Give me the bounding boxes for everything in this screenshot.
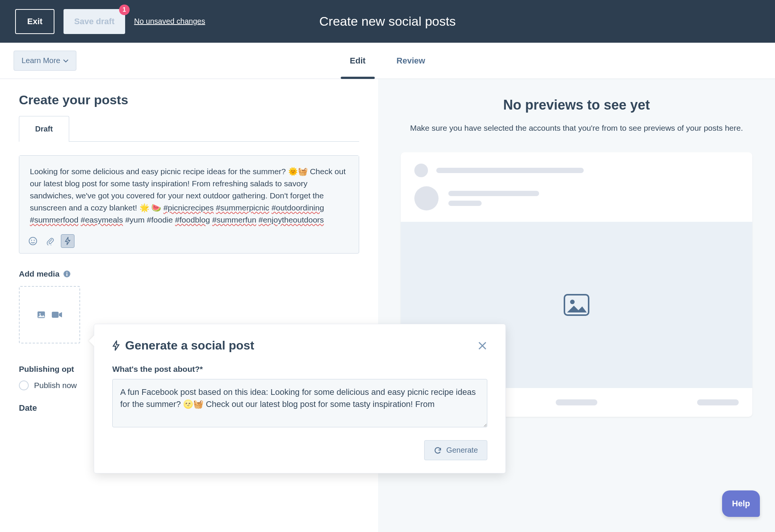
tab-review[interactable]: Review xyxy=(397,43,425,79)
svg-rect-5 xyxy=(67,273,67,276)
hashtag: #foodblog xyxy=(175,215,210,224)
preview-heading: No previews to see yet xyxy=(401,97,752,113)
close-icon xyxy=(477,341,487,351)
attach-icon xyxy=(46,237,54,245)
learn-more-label: Learn More xyxy=(22,56,60,65)
hashtag: #foodie xyxy=(147,215,173,224)
preview-skeleton-profile xyxy=(414,186,739,210)
refresh-icon xyxy=(434,446,442,455)
hashtag: #enjoytheoutdoors xyxy=(259,215,324,224)
skeleton-line xyxy=(448,191,539,196)
svg-point-2 xyxy=(34,240,35,241)
save-draft-badge: 1 xyxy=(119,5,130,15)
popover-label: What's the post about?* xyxy=(112,365,487,374)
popover-title: Generate a social post xyxy=(112,339,254,353)
draft-tabs: Draft xyxy=(19,116,359,142)
svg-point-10 xyxy=(570,300,575,304)
exit-button[interactable]: Exit xyxy=(15,9,54,34)
hashtag: #picnicrecipes xyxy=(163,203,214,212)
main-tabs: Edit Review xyxy=(350,43,425,79)
popover-textarea[interactable] xyxy=(112,379,487,427)
popover-close-button[interactable] xyxy=(477,341,487,351)
add-media-dropzone[interactable] xyxy=(19,286,80,343)
image-icon xyxy=(36,310,46,320)
hashtag: #outdoordining xyxy=(271,203,324,212)
attach-button[interactable] xyxy=(43,234,57,248)
svg-point-4 xyxy=(67,272,68,273)
hashtag: #summerfood xyxy=(30,215,78,224)
skeleton-line xyxy=(448,201,482,206)
info-icon[interactable] xyxy=(63,270,71,278)
save-draft-label: Save draft xyxy=(74,17,114,26)
add-media-label: Add media xyxy=(19,269,359,278)
tab-draft[interactable]: Draft xyxy=(19,116,69,142)
preview-subtext: Make sure you have selected the accounts… xyxy=(401,122,752,134)
radio-icon xyxy=(19,380,29,390)
publish-now-label: Publish now xyxy=(34,381,77,390)
emoji-icon xyxy=(28,237,37,246)
create-posts-heading: Create your posts xyxy=(19,93,359,107)
generate-popover: Generate a social post What's the post a… xyxy=(94,324,506,473)
svg-rect-8 xyxy=(52,312,59,318)
date-label: Date xyxy=(19,403,37,413)
topbar: Exit Save draft 1 No unsaved changes Cre… xyxy=(0,0,775,43)
video-icon xyxy=(51,311,63,319)
post-body[interactable]: Looking for some delicious and easy picn… xyxy=(19,156,359,231)
help-button[interactable]: Help xyxy=(722,490,760,517)
skeleton-pill xyxy=(556,399,597,405)
skeleton-avatar-small xyxy=(414,164,428,177)
bolt-icon xyxy=(65,237,71,245)
svg-point-0 xyxy=(29,237,37,245)
emoji-button[interactable] xyxy=(26,234,40,248)
save-draft-button[interactable]: Save draft 1 xyxy=(64,9,125,34)
svg-point-7 xyxy=(39,313,41,314)
bolt-icon xyxy=(112,340,120,351)
generate-button[interactable]: Generate xyxy=(424,440,487,460)
unsaved-changes-link[interactable]: No unsaved changes xyxy=(134,17,205,26)
hashtag: #yum xyxy=(125,215,144,224)
learn-more-button[interactable]: Learn More xyxy=(14,51,76,71)
tab-edit[interactable]: Edit xyxy=(350,43,366,79)
page-title: Create new social posts xyxy=(319,14,456,29)
image-placeholder-icon xyxy=(563,294,590,316)
svg-point-1 xyxy=(31,240,32,241)
preview-skeleton-header xyxy=(414,164,739,177)
editor-toolbar xyxy=(19,231,359,253)
hashtag: #easymeals xyxy=(81,215,123,224)
hashtag: #summerpicnic xyxy=(216,203,269,212)
skeleton-avatar-large xyxy=(414,186,439,210)
ai-generate-button[interactable] xyxy=(61,234,74,248)
post-editor: Looking for some delicious and easy picn… xyxy=(19,155,359,254)
skeleton-line xyxy=(436,168,584,173)
chevron-down-icon xyxy=(63,59,68,63)
subbar: Learn More Edit Review xyxy=(0,43,775,79)
skeleton-pill xyxy=(697,399,739,405)
hashtag: #summerfun xyxy=(212,215,256,224)
